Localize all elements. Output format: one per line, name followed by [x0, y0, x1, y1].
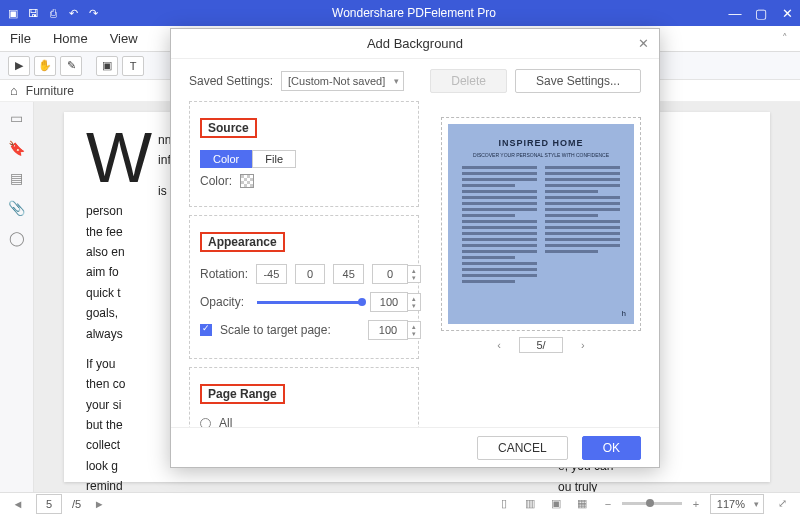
- page-total: /5: [72, 498, 81, 510]
- dropcap: W: [86, 130, 158, 186]
- minimize-icon[interactable]: —: [728, 6, 742, 21]
- menu-file[interactable]: File: [10, 31, 31, 46]
- dialog-left-pane: Source Color File Color: Appearance Rota…: [189, 101, 419, 427]
- source-section: Source Color File Color:: [189, 101, 419, 207]
- source-tabs: Color File: [200, 150, 408, 168]
- preview-page: INSPIRED HOME DISCOVER YOUR PERSONAL STY…: [448, 124, 634, 324]
- home-icon[interactable]: ⌂: [10, 83, 18, 98]
- saved-settings-row: Saved Settings: [Custom-Not saved] Delet…: [189, 69, 641, 93]
- preview-subheading: DISCOVER YOUR PERSONAL STYLE WITH CONFID…: [462, 152, 620, 158]
- fullscreen-icon[interactable]: ⤢: [774, 497, 790, 510]
- rotation-label: Rotation:: [200, 267, 248, 281]
- dialog-title-bar: Add Background ✕: [171, 29, 659, 59]
- redo-icon[interactable]: ↷: [86, 6, 100, 20]
- cancel-button[interactable]: CANCEL: [477, 436, 568, 460]
- app-title: Wondershare PDFelement Pro: [100, 6, 728, 20]
- opacity-slider[interactable]: [257, 301, 362, 304]
- undo-icon[interactable]: ↶: [66, 6, 80, 20]
- add-background-dialog: Add Background ✕ Saved Settings: [Custom…: [170, 28, 660, 468]
- scale-input[interactable]: 100: [368, 320, 408, 340]
- bookmarks-icon[interactable]: 🔖: [8, 140, 25, 156]
- prev-page-icon[interactable]: ◄: [10, 498, 26, 510]
- dialog-footer: CANCEL OK: [171, 427, 659, 467]
- scale-label: Scale to target page:: [220, 323, 331, 337]
- preview-corner: h: [622, 309, 626, 318]
- view-single-icon[interactable]: ▯: [496, 497, 512, 510]
- rotation-preset-45[interactable]: 45: [333, 264, 364, 284]
- text-tool-icon[interactable]: T: [122, 56, 144, 76]
- dialog-close-icon[interactable]: ✕: [638, 36, 649, 51]
- attachments-icon[interactable]: 📎: [8, 200, 25, 216]
- window-controls: — ▢ ✕: [728, 6, 794, 21]
- zoom-controls: − + 117%: [600, 494, 764, 514]
- rotation-preset-0[interactable]: 0: [295, 264, 326, 284]
- side-panel: ▭ 🔖 ▤ 📎 ◯: [0, 102, 34, 492]
- scale-checkbox[interactable]: [200, 324, 212, 336]
- preview-nav: ‹ 5/ ›: [441, 337, 641, 353]
- collapse-ribbon-icon[interactable]: ˄: [782, 32, 788, 45]
- page-range-header: Page Range: [200, 384, 285, 404]
- tab-color[interactable]: Color: [200, 150, 252, 168]
- comments-icon[interactable]: ▤: [10, 170, 23, 186]
- maximize-icon[interactable]: ▢: [754, 6, 768, 21]
- delete-button[interactable]: Delete: [430, 69, 507, 93]
- source-header: Source: [200, 118, 257, 138]
- tab-file[interactable]: File: [252, 150, 296, 168]
- all-label: All: [219, 416, 232, 427]
- pointer-tool-icon[interactable]: ▶: [8, 56, 30, 76]
- preview-frame: INSPIRED HOME DISCOVER YOUR PERSONAL STY…: [441, 117, 641, 331]
- zoom-slider[interactable]: [622, 502, 682, 505]
- appearance-section: Appearance Rotation: -45 0 45 0 Opacity:…: [189, 215, 419, 359]
- quick-access: ▣ 🖫 ⎙ ↶ ↷: [6, 6, 100, 20]
- rotation-input[interactable]: 0: [372, 264, 408, 284]
- save-settings-button[interactable]: Save Settings...: [515, 69, 641, 93]
- opacity-label: Opacity:: [200, 295, 249, 309]
- page-range-section: Page Range All Range: 5 of 5 e.g.(1,3,5,…: [189, 367, 419, 427]
- scale-row: Scale to target page: 100: [200, 320, 408, 340]
- zoom-value-select[interactable]: 117%: [710, 494, 764, 514]
- preview-prev-icon[interactable]: ‹: [497, 339, 501, 351]
- hand-tool-icon[interactable]: ✋: [34, 56, 56, 76]
- color-row: Color:: [200, 174, 408, 188]
- saved-settings-label: Saved Settings:: [189, 74, 273, 88]
- edit-tool-icon[interactable]: ✎: [60, 56, 82, 76]
- rotation-row: Rotation: -45 0 45 0: [200, 264, 408, 284]
- image-tool-icon[interactable]: ▣: [96, 56, 118, 76]
- opacity-input[interactable]: 100: [370, 292, 408, 312]
- zoom-in-icon[interactable]: +: [688, 498, 704, 510]
- menu-home[interactable]: Home: [53, 31, 88, 46]
- next-page-icon[interactable]: ►: [91, 498, 107, 510]
- titlebar: ▣ 🖫 ⎙ ↶ ↷ Wondershare PDFelement Pro — ▢…: [0, 0, 800, 26]
- opacity-row: Opacity: 100: [200, 292, 408, 312]
- ok-button[interactable]: OK: [582, 436, 641, 460]
- preview-pane: INSPIRED HOME DISCOVER YOUR PERSONAL STY…: [441, 117, 641, 353]
- color-swatch[interactable]: [240, 174, 254, 188]
- app-icon: ▣: [6, 6, 20, 20]
- preview-heading: INSPIRED HOME: [462, 138, 620, 148]
- page-number-input[interactable]: 5: [36, 494, 62, 514]
- thumbnails-icon[interactable]: ▭: [10, 110, 23, 126]
- view-two-continuous-icon[interactable]: ▦: [574, 497, 590, 510]
- preview-page-input[interactable]: 5/: [519, 337, 563, 353]
- color-label: Color:: [200, 174, 232, 188]
- save-icon[interactable]: 🖫: [26, 6, 40, 20]
- statusbar: ◄ 5 /5 ► ▯ ▥ ▣ ▦ − + 117% ⤢: [0, 492, 800, 514]
- rotation-preset-neg45[interactable]: -45: [256, 264, 287, 284]
- dialog-title: Add Background: [367, 36, 463, 51]
- search-icon[interactable]: ◯: [9, 230, 25, 246]
- appearance-header: Appearance: [200, 232, 285, 252]
- breadcrumb-label: Furniture: [26, 84, 74, 98]
- dialog-body: Saved Settings: [Custom-Not saved] Delet…: [171, 59, 659, 427]
- print-icon[interactable]: ⎙: [46, 6, 60, 20]
- preview-next-icon[interactable]: ›: [581, 339, 585, 351]
- view-continuous-icon[interactable]: ▥: [522, 497, 538, 510]
- zoom-out-icon[interactable]: −: [600, 498, 616, 510]
- radio-all[interactable]: [200, 418, 211, 428]
- close-window-icon[interactable]: ✕: [780, 6, 794, 21]
- all-row: All: [200, 416, 408, 427]
- menu-view[interactable]: View: [110, 31, 138, 46]
- saved-settings-select[interactable]: [Custom-Not saved]: [281, 71, 404, 91]
- view-two-icon[interactable]: ▣: [548, 497, 564, 510]
